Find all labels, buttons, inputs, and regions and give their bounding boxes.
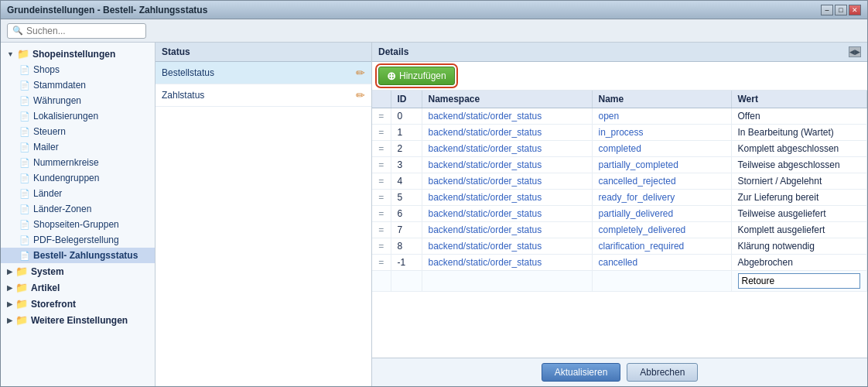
minimize-button[interactable]: – (821, 5, 833, 15)
doc-icon: 📄 (19, 96, 30, 106)
table-row: = 4 backend/static/order_status cancelle… (372, 173, 867, 190)
sidebar-item-label: Lokalisierungen (33, 111, 98, 122)
namespace-cell[interactable]: backend/static/order_status (422, 238, 592, 255)
drag-cell: = (372, 157, 391, 173)
table-row: = -1 backend/static/order_status cancell… (372, 255, 867, 271)
sidebar-item-label: Shops (33, 64, 60, 75)
close-panel-button[interactable]: ◀▶ (849, 46, 861, 57)
details-header: Details ◀▶ (372, 43, 867, 62)
window-controls: – □ ✕ (821, 5, 861, 15)
add-button[interactable]: ⊕ Hinzufügen (378, 67, 455, 85)
sidebar-item-nummernkreise[interactable]: 📄 Nummernkreise (1, 155, 155, 170)
namespace-cell[interactable]: backend/static/order_status (422, 190, 592, 206)
sidebar-item-label: Länder-Zonen (33, 204, 91, 214)
name-cell[interactable]: partially_delivered (592, 206, 731, 222)
name-cell[interactable]: ready_for_delivery (592, 190, 731, 206)
doc-icon: 📄 (19, 142, 30, 152)
sidebar-item-label: Kundengruppen (33, 173, 99, 183)
cancel-button[interactable]: Abbrechen (627, 363, 698, 382)
name-cell[interactable]: partially_completed (592, 157, 731, 173)
new-entry-input[interactable] (738, 273, 861, 289)
doc-icon: 📄 (19, 158, 30, 168)
sidebar-item-label: PDF-Belegerstellung (33, 235, 119, 245)
name-cell[interactable]: cancelled_rejected (592, 173, 731, 190)
namespace-cell[interactable]: backend/static/order_status (422, 157, 592, 173)
id-cell: 6 (391, 206, 422, 222)
doc-icon: 📄 (19, 111, 30, 122)
name-cell[interactable]: completed (592, 141, 731, 157)
table-row: = 6 backend/static/order_status partiall… (372, 206, 867, 222)
name-cell[interactable]: open (592, 108, 731, 125)
namespace-cell[interactable]: backend/static/order_status (422, 173, 592, 190)
id-cell: -1 (391, 255, 422, 271)
namespace-cell[interactable]: backend/static/order_status (422, 255, 592, 271)
bottom-toolbar: Aktualisieren Abbrechen (372, 358, 867, 386)
edit-icon-zahlstatus[interactable]: ✏ (356, 89, 365, 101)
close-button[interactable]: ✕ (849, 5, 861, 15)
expand-icon: ▼ (7, 50, 14, 58)
sidebar-item-shopseiten-gruppen[interactable]: 📄 Shopseiten-Gruppen (1, 217, 155, 232)
sidebar-group-shopeinstellungen[interactable]: ▼ 📁 Shopeinstellungen (1, 46, 155, 62)
zahlstatus-label: Zahlstatus (162, 90, 204, 101)
drag-cell: = (372, 125, 391, 141)
folder-icon: 📁 (15, 265, 28, 277)
status-panel-header: Status (155, 43, 371, 62)
name-cell[interactable]: cancelled (592, 255, 731, 271)
status-row-zahlstatus[interactable]: Zahlstatus ✏ (155, 84, 371, 107)
drag-cell: = (372, 255, 391, 271)
sidebar-item-laender[interactable]: 📄 Länder (1, 186, 155, 201)
add-button-label: Hinzufügen (399, 70, 446, 81)
sidebar-item-steuern[interactable]: 📄 Steuern (1, 124, 155, 139)
maximize-button[interactable]: □ (835, 5, 847, 15)
sidebar: ▼ 📁 Shopeinstellungen 📄 Shops 📄 Stammdat… (1, 43, 155, 386)
name-cell[interactable]: in_process (592, 125, 731, 141)
sidebar-item-label: Länder (33, 188, 62, 199)
doc-icon: 📄 (19, 235, 30, 245)
new-namespace (422, 271, 592, 292)
name-cell[interactable]: clarification_required (592, 238, 731, 255)
namespace-cell[interactable]: backend/static/order_status (422, 125, 592, 141)
wert-cell: Komplett abgeschlossen (731, 141, 867, 157)
sidebar-group-weitere-einstellungen[interactable]: ▶ 📁 Weitere Einstellungen (1, 312, 155, 328)
id-cell: 8 (391, 238, 422, 255)
update-button[interactable]: Aktualisieren (542, 363, 621, 382)
title-bar: Grundeinstellungen - Bestell- Zahlungsst… (1, 1, 867, 19)
sidebar-item-kundengruppen[interactable]: 📄 Kundengruppen (1, 170, 155, 186)
middle-panel: Status Bestellstatus ✏ Zahlstatus ✏ (155, 43, 372, 386)
sidebar-item-laender-zonen[interactable]: 📄 Länder-Zonen (1, 201, 155, 217)
table-row: = 7 backend/static/order_status complete… (372, 222, 867, 238)
sidebar-group-label: Storefront (31, 299, 76, 310)
doc-icon: 📄 (19, 173, 30, 183)
sidebar-item-label: Nummernkreise (33, 157, 99, 168)
search-input[interactable] (26, 26, 135, 36)
table-row: = 2 backend/static/order_status complete… (372, 141, 867, 157)
namespace-cell[interactable]: backend/static/order_status (422, 141, 592, 157)
sidebar-item-label: Shopseiten-Gruppen (33, 219, 119, 230)
table-row: = 5 backend/static/order_status ready_fo… (372, 190, 867, 206)
id-cell: 2 (391, 141, 422, 157)
sidebar-item-waehrungen[interactable]: 📄 Währungen (1, 93, 155, 108)
status-row-bestellstatus[interactable]: Bestellstatus ✏ (155, 62, 371, 84)
sidebar-item-shops[interactable]: 📄 Shops (1, 62, 155, 77)
sidebar-item-pdf-belegerstellung[interactable]: 📄 PDF-Belegerstellung (1, 232, 155, 248)
edit-icon-bestellstatus[interactable]: ✏ (356, 67, 365, 79)
drag-cell: = (372, 206, 391, 222)
sidebar-group-storefront[interactable]: ▶ 📁 Storefront (1, 296, 155, 312)
sidebar-group-system[interactable]: ▶ 📁 System (1, 263, 155, 279)
wert-cell: Storniert / Abgelehnt (731, 173, 867, 190)
namespace-cell[interactable]: backend/static/order_status (422, 108, 592, 125)
sidebar-group-artikel[interactable]: ▶ 📁 Artikel (1, 279, 155, 296)
namespace-cell[interactable]: backend/static/order_status (422, 222, 592, 238)
namespace-cell[interactable]: backend/static/order_status (422, 206, 592, 222)
name-cell[interactable]: completely_delivered (592, 222, 731, 238)
search-box[interactable]: 🔍 (7, 23, 146, 39)
details-title: Details (378, 46, 408, 57)
sidebar-item-stammdaten[interactable]: 📄 Stammdaten (1, 77, 155, 93)
doc-icon: 📄 (19, 204, 30, 214)
new-drag (372, 271, 391, 292)
sidebar-item-mailer[interactable]: 📄 Mailer (1, 139, 155, 155)
table-row: = 0 backend/static/order_status open Off… (372, 108, 867, 125)
sidebar-item-lokalisierungen[interactable]: 📄 Lokalisierungen (1, 108, 155, 124)
doc-icon: 📄 (19, 127, 30, 137)
sidebar-item-bestell-zahlungsstatus[interactable]: 📄 Bestell- Zahlungsstatus (1, 248, 155, 263)
